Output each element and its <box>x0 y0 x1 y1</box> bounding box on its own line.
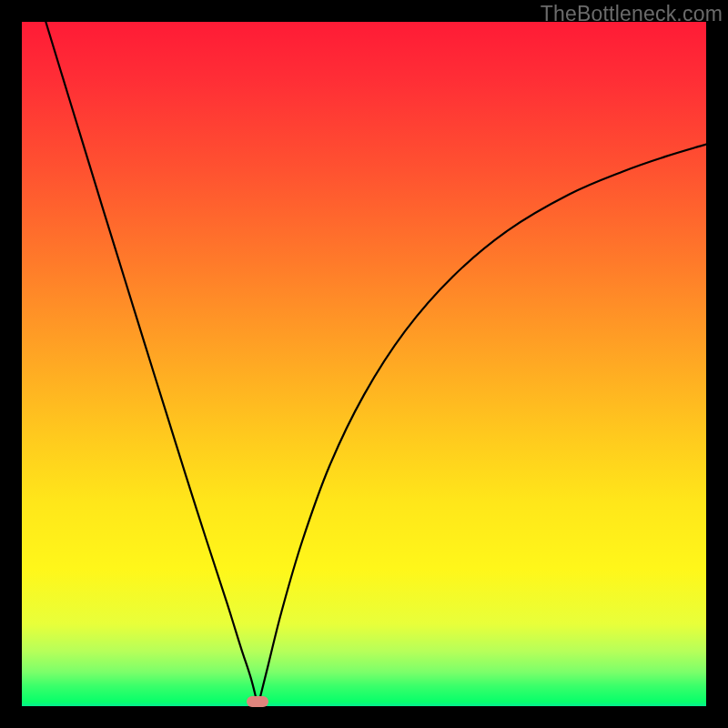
optimum-marker <box>247 696 268 707</box>
plot-frame <box>22 22 706 706</box>
curve-path <box>46 22 706 706</box>
bottleneck-curve <box>22 22 706 706</box>
watermark-text: TheBottleneck.com <box>541 2 723 26</box>
